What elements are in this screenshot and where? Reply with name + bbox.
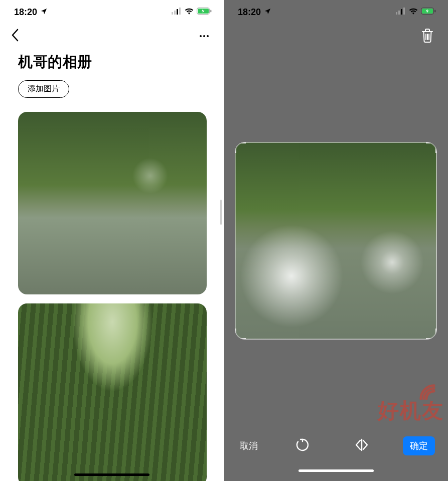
crop-handle-bl[interactable] (235, 329, 246, 340)
status-left: 18:20 (238, 7, 271, 18)
svg-rect-0 (172, 12, 173, 15)
add-photo-button[interactable]: 添加图片 (18, 80, 69, 98)
battery-charging-icon (421, 8, 436, 17)
status-right (396, 8, 436, 17)
watermark-icon (418, 383, 437, 402)
svg-rect-2 (177, 9, 178, 15)
wifi-icon (185, 8, 194, 17)
delete-button[interactable] (419, 27, 436, 44)
svg-rect-13 (434, 10, 436, 13)
svg-rect-10 (403, 8, 405, 15)
flip-button[interactable] (354, 437, 369, 454)
album-screen: 18:20 (0, 0, 224, 481)
album-content: 机哥的相册 添加图片 (0, 48, 224, 481)
svg-rect-3 (179, 8, 181, 15)
cellular-icon (172, 8, 182, 17)
svg-rect-1 (174, 11, 176, 15)
watermark-text: 好机友 (378, 397, 444, 425)
rotate-icon (295, 437, 310, 452)
crop-handle-br[interactable] (426, 329, 437, 340)
nav-bar (0, 24, 224, 48)
back-button[interactable] (7, 26, 23, 47)
scroll-indicator[interactable] (220, 200, 222, 225)
confirm-button[interactable]: 确定 (403, 436, 435, 455)
cancel-label: 取消 (240, 441, 258, 451)
home-indicator[interactable] (74, 473, 150, 476)
crop-tools (295, 437, 369, 454)
album-title: 机哥的相册 (18, 52, 206, 72)
cancel-button[interactable]: 取消 (237, 436, 261, 456)
more-button[interactable] (196, 31, 213, 41)
home-indicator[interactable] (298, 469, 374, 472)
chevron-left-icon (11, 29, 19, 42)
location-arrow-icon (40, 8, 48, 17)
trash-icon (421, 29, 434, 43)
photo-list[interactable] (18, 112, 206, 481)
status-time: 18:20 (238, 7, 261, 18)
cellular-icon (396, 8, 406, 17)
wifi-icon (409, 8, 418, 17)
album-photo[interactable] (18, 303, 207, 481)
svg-rect-7 (396, 12, 397, 15)
status-bar: 18:20 (0, 0, 224, 24)
status-left: 18:20 (14, 7, 48, 18)
crop-toolbar: 取消 确定 (224, 436, 448, 456)
svg-rect-6 (210, 10, 212, 13)
location-arrow-icon (264, 8, 271, 17)
crop-frame[interactable] (235, 142, 437, 340)
add-photo-label: 添加图片 (28, 84, 60, 94)
svg-rect-9 (401, 9, 402, 15)
battery-charging-icon (197, 8, 212, 17)
status-bar: 18:20 (224, 0, 448, 24)
rotate-button[interactable] (295, 437, 310, 454)
confirm-label: 确定 (410, 441, 428, 451)
crop-handle-tr[interactable] (426, 142, 437, 153)
flip-horizontal-icon (354, 437, 369, 452)
crop-handle-tl[interactable] (235, 142, 246, 153)
status-time: 18:20 (14, 7, 37, 18)
crop-screen: 18:20 (224, 0, 448, 481)
svg-rect-8 (398, 11, 400, 15)
more-icon (200, 35, 202, 37)
album-photo[interactable] (18, 112, 207, 294)
status-right (172, 8, 212, 17)
